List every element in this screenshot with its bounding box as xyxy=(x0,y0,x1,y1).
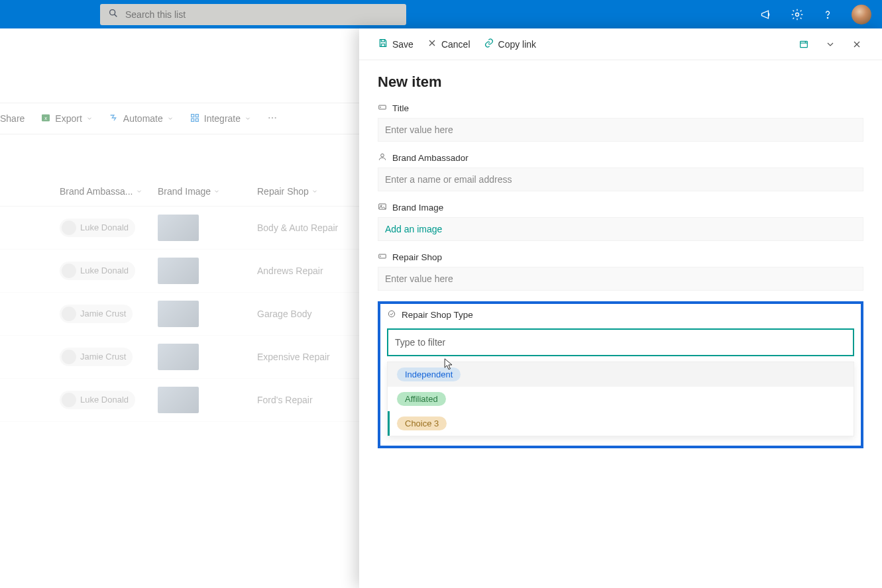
svg-point-12 xyxy=(275,117,276,118)
flow-icon xyxy=(109,113,119,125)
choice-icon xyxy=(387,309,396,320)
close-panel-button[interactable] xyxy=(850,38,863,51)
more-icon xyxy=(267,113,278,125)
cancel-button[interactable]: Cancel xyxy=(427,38,470,50)
svg-text:x: x xyxy=(45,115,48,121)
field-label-text: Brand Image xyxy=(392,203,443,213)
person-name: Jamie Crust xyxy=(80,309,126,318)
integrate-button[interactable]: Integrate xyxy=(190,113,251,125)
person-name: Luke Donald xyxy=(80,395,129,405)
panel-body: New item Title Brand Ambassador Brand Im… xyxy=(359,60,882,462)
save-button[interactable]: Save xyxy=(378,38,413,50)
person-pill: Luke Donald xyxy=(60,262,135,280)
share-label: Share xyxy=(0,113,25,124)
svg-rect-9 xyxy=(195,119,198,121)
image-thumbnail xyxy=(158,301,199,327)
image-thumbnail xyxy=(158,258,199,284)
column-label: Repair Shop xyxy=(257,186,309,197)
chevron-down-icon xyxy=(245,115,251,122)
field-repair-shop: Repair Shop xyxy=(378,252,863,291)
gear-icon[interactable] xyxy=(791,8,804,21)
svg-rect-17 xyxy=(800,41,808,47)
avatar-icon xyxy=(62,264,76,278)
cancel-label: Cancel xyxy=(441,39,470,50)
field-brand-ambassador: Brand Ambassador xyxy=(378,152,863,191)
field-repair-shop-type-highlighted: Repair Shop Type Independent Affiliated … xyxy=(378,301,863,448)
search-input[interactable] xyxy=(125,9,398,20)
link-icon xyxy=(484,38,494,50)
title-input[interactable] xyxy=(378,118,863,142)
choice-option-choice-3[interactable]: Choice 3 xyxy=(388,411,854,436)
field-title: Title xyxy=(378,103,863,142)
choice-chip: Affiliated xyxy=(397,392,446,406)
person-pill: Jamie Crust xyxy=(60,305,133,323)
image-thumbnail xyxy=(158,215,199,241)
avatar[interactable] xyxy=(852,5,871,24)
new-item-panel: Save Cancel Copy link New item xyxy=(359,28,882,588)
chevron-down-button[interactable] xyxy=(824,38,837,51)
chevron-down-icon xyxy=(213,188,220,195)
share-button[interactable]: Share xyxy=(0,113,25,124)
search-box[interactable] xyxy=(100,4,406,25)
column-repair-shop[interactable]: Repair Shop xyxy=(257,186,357,197)
person-pill: Jamie Crust xyxy=(60,348,133,366)
excel-icon: x xyxy=(40,113,51,125)
person-pill: Luke Donald xyxy=(60,391,135,409)
person-name: Luke Donald xyxy=(80,222,129,232)
avatar-icon xyxy=(62,220,76,235)
avatar-icon xyxy=(62,350,76,364)
repair-shop-input[interactable] xyxy=(378,267,863,291)
image-thumbnail xyxy=(158,344,199,370)
header-actions xyxy=(760,5,871,24)
app-header xyxy=(0,0,882,28)
panel-toolbar: Save Cancel Copy link xyxy=(359,28,882,60)
customize-form-button[interactable] xyxy=(797,38,810,51)
svg-rect-13 xyxy=(381,40,384,42)
chevron-down-icon xyxy=(136,188,142,195)
chevron-down-icon xyxy=(86,115,93,122)
svg-rect-14 xyxy=(381,44,384,46)
search-icon xyxy=(108,8,125,21)
automate-label: Automate xyxy=(123,113,163,124)
svg-point-27 xyxy=(388,311,394,317)
svg-point-0 xyxy=(110,9,115,15)
choice-chip: Choice 3 xyxy=(397,416,447,430)
export-button[interactable]: x Export xyxy=(40,113,92,125)
choice-chip: Independent xyxy=(397,368,461,381)
column-brand-image[interactable]: Brand Image xyxy=(158,186,257,197)
column-label: Brand Ambassa... xyxy=(60,186,133,197)
field-label-text: Title xyxy=(392,103,409,113)
field-label-text: Brand Ambassador xyxy=(392,153,469,163)
svg-point-11 xyxy=(272,117,273,118)
help-icon[interactable] xyxy=(821,8,834,21)
integrate-label: Integrate xyxy=(204,113,241,124)
grid-icon xyxy=(190,113,200,125)
chevron-down-icon xyxy=(167,115,174,122)
megaphone-icon[interactable] xyxy=(760,8,773,21)
svg-rect-7 xyxy=(195,114,198,117)
close-icon xyxy=(427,38,437,50)
choice-dropdown: Independent Affiliated Choice 3 xyxy=(387,362,854,436)
choice-option-independent[interactable]: Independent xyxy=(388,362,854,387)
more-button[interactable] xyxy=(267,113,278,125)
avatar-icon xyxy=(62,307,76,321)
svg-point-2 xyxy=(796,13,799,16)
chevron-down-icon xyxy=(311,188,318,195)
field-brand-image: Brand Image Add an image xyxy=(378,202,863,241)
svg-rect-20 xyxy=(379,105,386,109)
field-label-text: Repair Shop Type xyxy=(402,310,473,320)
repair-shop-type-filter-input[interactable] xyxy=(387,328,854,356)
automate-button[interactable]: Automate xyxy=(109,113,174,125)
image-thumbnail xyxy=(158,387,199,413)
avatar-icon xyxy=(62,393,76,407)
svg-point-3 xyxy=(827,17,828,18)
add-image-label: Add an image xyxy=(385,224,442,234)
person-name: Jamie Crust xyxy=(80,352,126,362)
choice-option-affiliated[interactable]: Affiliated xyxy=(388,387,854,411)
add-image-link[interactable]: Add an image xyxy=(378,217,863,241)
svg-point-22 xyxy=(381,154,384,157)
brand-ambassador-input[interactable] xyxy=(378,168,863,191)
person-icon xyxy=(378,152,387,164)
copy-link-button[interactable]: Copy link xyxy=(484,38,537,50)
column-brand-ambassador[interactable]: Brand Ambassa... xyxy=(60,186,158,197)
